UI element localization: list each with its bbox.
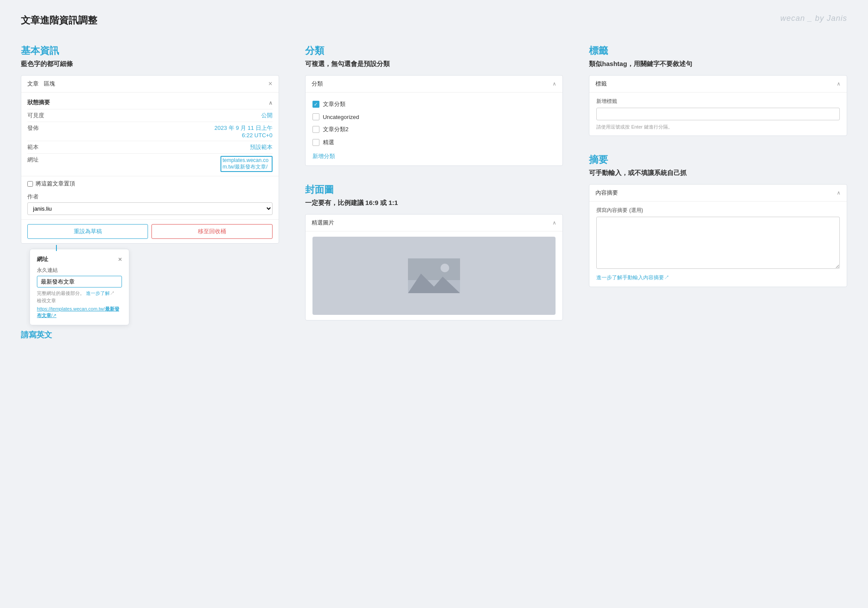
panel-close-button[interactable]: × [268,80,272,88]
featured-image-subtitle: 一定要有，比例建議 16:9 或 1:1 [305,199,563,207]
summary-panel-title: 內容摘要 [595,189,618,197]
summary-panel-content: 撰寫內容摘要 (選用) 進一步了解手動輸入內容摘要↗ [589,202,847,287]
summary-textarea[interactable] [596,217,840,269]
add-category-link[interactable]: 新增分類 [312,152,556,160]
featured-image-content [306,231,563,320]
summary-title: 摘要 [589,153,847,166]
publish-label: 發佈 [27,124,39,139]
pin-checkbox-row: 將這篇文章置頂 [21,176,279,191]
category-cover-col: 分類 可複選，無勾選會是預設分類 分類 ∧ 文章分類 Uncateg [305,44,563,340]
featured-image-title: 封面圖 [305,183,563,196]
summary-subtitle: 可手動輸入，或不填讓系統自己抓 [589,169,847,177]
category-label-1: 文章分類 [323,100,345,108]
category-section: 分類 可複選，無勾選會是預設分類 分類 ∧ 文章分類 Uncateg [305,44,563,166]
url-value[interactable]: templates.wecan.com.tw/最新發布文章/ [220,156,273,172]
url-popup-permalink-label: 永久連結 [37,267,122,274]
tags-panel-title: 標籤 [595,80,607,88]
page-header: 文章進階資訊調整 wecan _ by Janis [21,14,847,27]
brand-watermark: wecan _ by Janis [780,14,847,23]
category-label-3: 文章分類2 [323,126,349,133]
pin-checkbox[interactable] [27,181,33,187]
panel-footer: 重設為草稿 移至回收桶 [21,219,279,243]
category-list: 文章分類 Uncategorized 文章分類2 精 [306,93,563,165]
tags-section: 標籤 類似hashtag，用關鍵字不要敘述句 標籤 ∧ 新增標籤 請使用逗號或按… [589,44,847,136]
category-panel-header: 分類 ∧ [306,76,563,93]
category-checkbox-2[interactable] [312,113,319,120]
visibility-value[interactable]: 公開 [261,112,273,119]
summary-panel-card: 內容摘要 ∧ 撰寫內容摘要 (選用) 進一步了解手動輸入內容摘要↗ [589,184,847,287]
panel-header: 文章 區塊 × [21,76,279,93]
url-popup-check-label: 檢視文章 [37,297,122,304]
visibility-label: 可見度 [27,112,44,119]
tags-summary-col: 標籤 類似hashtag，用關鍵字不要敘述句 標籤 ∧ 新增標籤 請使用逗號或按… [589,44,847,340]
svg-rect-1 [408,258,460,280]
svg-point-3 [441,264,449,272]
tags-panel-header: 標籤 ∧ [589,76,847,93]
category-checkbox-3[interactable] [312,126,319,133]
category-title: 分類 [305,44,563,57]
template-row: 範本 預設範本 [27,141,273,153]
url-popup-input[interactable] [37,276,122,287]
reset-draft-button[interactable]: 重設為草稿 [27,224,148,239]
url-popup-learn-more-link[interactable]: 進一步了解 [86,291,110,296]
category-label-2: Uncategorized [323,114,359,120]
publish-row: 發佈 2023 年 9 月 11 日上午 6:22 UTC+0 [27,122,273,141]
url-popup-title: 網址 [37,255,48,263]
url-row: 網址 templates.wecan.com.tw/最新發布文章/ [27,153,273,174]
basic-info-subtitle: 藍色字的都可細條 [21,60,279,68]
basic-info-title: 基本資訊 [21,44,279,57]
category-checkbox-1[interactable] [312,101,319,108]
featured-image-panel-card: 精選圖片 ∧ [305,214,563,321]
status-section: 狀態摘要 可見度 公開 發佈 2023 年 9 月 11 日上午 6:22 UT… [21,93,279,176]
tags-chevron-icon[interactable]: ∧ [837,81,841,87]
panel-tabs: 文章 區塊 [27,80,55,88]
category-item-2[interactable]: Uncategorized [312,111,556,123]
basic-info-section: 基本資訊 藍色字的都可細條 文章 區塊 × 狀態摘要 可見度 [21,44,279,340]
summary-panel-header: 內容摘要 ∧ [589,185,847,202]
url-popup: 網址 × 永久連結 完整網址的最後部分。 進一步了解↗ 檢視文章 https:/… [30,249,129,325]
category-item-4[interactable]: 精選 [312,136,556,149]
category-panel-card: 分類 ∧ 文章分類 Uncategorized [305,75,563,166]
featured-image-panel-title: 精選圖片 [312,219,334,227]
summary-textarea-label: 撰寫內容摘要 (選用) [596,207,840,214]
status-section-header[interactable]: 狀態摘要 [27,96,273,109]
category-panel-title: 分類 [312,80,323,88]
template-label: 範本 [27,143,39,151]
featured-image-chevron-icon[interactable]: ∧ [552,220,556,226]
summary-section: 摘要 可手動輸入，或不填讓系統自己抓 內容摘要 ∧ 撰寫內容摘要 (選用) 進一… [589,153,847,287]
status-chevron-icon [269,99,273,106]
tag-panel-content: 新增標籤 請使用逗號或按 Enter 鍵進行分隔。 [589,93,847,135]
author-select[interactable]: janis.liu [27,202,273,215]
visibility-row: 可見度 公開 [27,109,273,122]
featured-image-panel-header: 精選圖片 ∧ [306,215,563,231]
tags-subtitle: 類似hashtag，用關鍵字不要敘述句 [589,60,847,68]
tag-hint: 請使用逗號或按 Enter 鍵進行分隔。 [596,124,840,130]
image-placeholder[interactable] [312,237,556,315]
summary-chevron-icon[interactable]: ∧ [837,190,841,196]
main-grid: 基本資訊 藍色字的都可細條 文章 區塊 × 狀態摘要 可見度 [21,44,847,340]
author-section: 作者 janis.liu [21,191,279,219]
url-popup-close-button[interactable]: × [118,255,122,263]
category-checkbox-4[interactable] [312,139,319,146]
category-item-1[interactable]: 文章分類 [312,98,556,111]
tag-input[interactable] [596,108,840,120]
url-popup-full-link[interactable]: https://templates.wecan.com.tw/最新發布文章/↗ [37,306,122,319]
url-popup-header: 網址 × [37,255,122,263]
summary-learn-more-link[interactable]: 進一步了解手動輸入內容摘要↗ [596,274,669,281]
page-title: 文章進階資訊調整 [21,14,97,27]
url-popup-hint: 完整網址的最後部分。 進一步了解↗ [37,290,122,297]
author-label: 作者 [27,193,273,201]
url-label: 網址 [27,156,39,172]
basic-info-panel: 文章 區塊 × 狀態摘要 可見度 公開 發佈 20 [21,75,279,244]
please-english-label: 請寫英文 [21,330,279,340]
category-item-3[interactable]: 文章分類2 [312,123,556,136]
publish-value[interactable]: 2023 年 9 月 11 日上午 6:22 UTC+0 [207,124,273,139]
tags-panel-card: 標籤 ∧ 新增標籤 請使用逗號或按 Enter 鍵進行分隔。 [589,75,847,136]
category-chevron-icon[interactable]: ∧ [552,81,556,87]
category-subtitle: 可複選，無勾選會是預設分類 [305,60,563,68]
template-value[interactable]: 預設範本 [250,143,273,151]
featured-image-section: 封面圖 一定要有，比例建議 16:9 或 1:1 精選圖片 ∧ [305,183,563,321]
tab-block[interactable]: 區塊 [44,80,55,88]
tab-article[interactable]: 文章 [27,80,39,88]
trash-button[interactable]: 移至回收桶 [151,224,272,239]
